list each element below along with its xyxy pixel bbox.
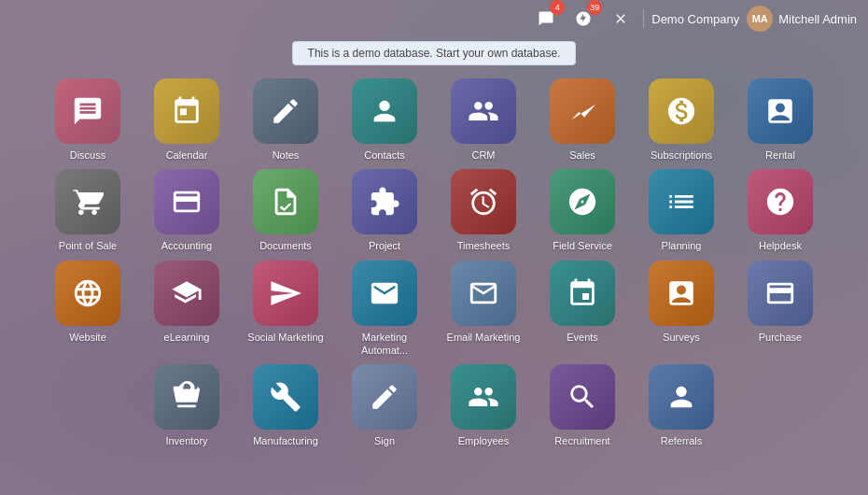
referrals-label: Referrals	[661, 434, 703, 447]
app-elearning[interactable]: eLearning	[145, 261, 229, 358]
employees-icon	[451, 364, 516, 430]
accounting-label: Accounting	[161, 239, 212, 252]
marketingauto-icon	[352, 261, 417, 326]
documents-icon	[253, 169, 318, 234]
notes-icon	[253, 78, 318, 144]
app-website[interactable]: Website	[46, 261, 130, 358]
activity-button[interactable]: 39	[568, 4, 598, 34]
fieldservice-icon	[550, 169, 615, 234]
elearning-label: eLearning	[164, 331, 210, 344]
app-documents[interactable]: Documents	[244, 169, 328, 252]
contacts-label: Contacts	[364, 148, 404, 162]
app-purchase[interactable]: Purchase	[738, 261, 822, 358]
sign-label: Sign	[374, 434, 395, 447]
subscriptions-label: Subscriptions	[651, 148, 712, 162]
subscriptions-icon	[649, 78, 714, 144]
app-rental[interactable]: Rental	[738, 78, 822, 162]
pos-label: Point of Sale	[59, 239, 117, 252]
app-manufacturing[interactable]: Manufacturing	[244, 364, 328, 447]
manufacturing-icon	[253, 364, 318, 430]
elearning-icon	[154, 261, 219, 326]
demo-banner: This is a demo database. Start your own …	[0, 41, 868, 65]
pos-icon	[55, 169, 120, 234]
app-referrals[interactable]: Referrals	[639, 364, 723, 447]
app-subscriptions[interactable]: Subscriptions	[639, 78, 723, 162]
project-icon	[352, 169, 417, 234]
app-timesheets[interactable]: Timesheets	[441, 169, 525, 252]
discuss-icon	[55, 78, 120, 144]
close-button[interactable]	[606, 4, 636, 34]
crm-label: CRM	[471, 148, 495, 162]
planning-label: Planning	[662, 239, 702, 252]
purchase-icon	[748, 261, 813, 326]
rental-label: Rental	[765, 148, 795, 162]
events-label: Events	[567, 331, 598, 344]
app-planning[interactable]: Planning	[639, 169, 723, 252]
emailmarketing-icon	[451, 261, 516, 326]
calendar-icon	[154, 78, 219, 144]
app-accounting[interactable]: Accounting	[145, 169, 229, 252]
app-sign[interactable]: Sign	[343, 364, 427, 447]
purchase-label: Purchase	[759, 331, 802, 344]
socialmarketing-label: Social Marketing	[247, 331, 323, 344]
recruitment-icon	[550, 364, 615, 430]
inventory-label: Inventory	[165, 434, 207, 447]
helpdesk-icon	[748, 169, 813, 234]
surveys-icon	[649, 261, 714, 326]
app-events[interactable]: Events	[540, 261, 624, 358]
separator	[643, 9, 644, 28]
fieldservice-label: Field Service	[553, 239, 612, 252]
company-name: Demo Company	[651, 12, 739, 26]
accounting-icon	[154, 169, 219, 234]
activity-badge: 39	[587, 0, 602, 15]
timesheets-label: Timesheets	[457, 239, 510, 252]
messages-button[interactable]: 4	[531, 4, 561, 34]
crm-icon	[451, 78, 516, 144]
app-calendar[interactable]: Calendar	[145, 78, 229, 162]
app-socialmarketing[interactable]: Social Marketing	[244, 261, 328, 358]
recruitment-label: Recruitment	[554, 434, 609, 447]
app-sales[interactable]: Sales	[540, 78, 624, 162]
app-marketingauto[interactable]: Marketing Automat...	[343, 261, 427, 358]
contacts-icon	[352, 78, 417, 144]
app-inventory[interactable]: Inventory	[145, 364, 229, 447]
documents-label: Documents	[259, 239, 312, 252]
discuss-label: Discuss	[70, 148, 106, 162]
messages-badge: 4	[550, 0, 565, 15]
helpdesk-label: Helpdesk	[759, 239, 802, 252]
manufacturing-label: Manufacturing	[253, 434, 318, 447]
app-project[interactable]: Project	[343, 169, 427, 252]
app-pos[interactable]: Point of Sale	[46, 169, 130, 252]
marketingauto-label: Marketing Automat...	[343, 331, 427, 358]
app-employees[interactable]: Employees	[441, 364, 525, 447]
project-label: Project	[369, 239, 400, 252]
timesheets-icon	[451, 169, 516, 234]
app-helpdesk[interactable]: Helpdesk	[738, 169, 822, 252]
sign-icon	[352, 364, 417, 430]
app-discuss[interactable]: Discuss	[46, 78, 130, 162]
app-notes[interactable]: Notes	[244, 78, 328, 162]
app-surveys[interactable]: Surveys	[639, 261, 723, 358]
app-recruitment[interactable]: Recruitment	[540, 364, 624, 447]
app-emailmarketing[interactable]: Email Marketing	[441, 261, 525, 358]
notes-label: Notes	[273, 148, 300, 162]
user-menu[interactable]: MA Mitchell Admin	[747, 6, 857, 32]
apps-grid: DiscussCalendarNotesContactsCRMSalesSubs…	[0, 75, 868, 451]
app-contacts[interactable]: Contacts	[343, 78, 427, 162]
website-icon	[55, 261, 120, 326]
calendar-label: Calendar	[166, 148, 208, 162]
sales-icon	[550, 78, 615, 144]
sales-label: Sales	[569, 148, 595, 162]
socialmarketing-icon	[253, 261, 318, 326]
app-crm[interactable]: CRM	[441, 78, 525, 162]
user-name: Mitchell Admin	[778, 12, 857, 26]
surveys-label: Surveys	[663, 331, 700, 344]
app-fieldservice[interactable]: Field Service	[540, 169, 624, 252]
events-icon	[550, 261, 615, 326]
inventory-icon	[154, 364, 219, 430]
planning-icon	[649, 169, 714, 234]
avatar: MA	[747, 6, 773, 32]
topbar: 4 39 Demo Company MA Mitchell Admin	[0, 0, 868, 37]
employees-label: Employees	[458, 434, 509, 447]
emailmarketing-label: Email Marketing	[447, 331, 521, 344]
